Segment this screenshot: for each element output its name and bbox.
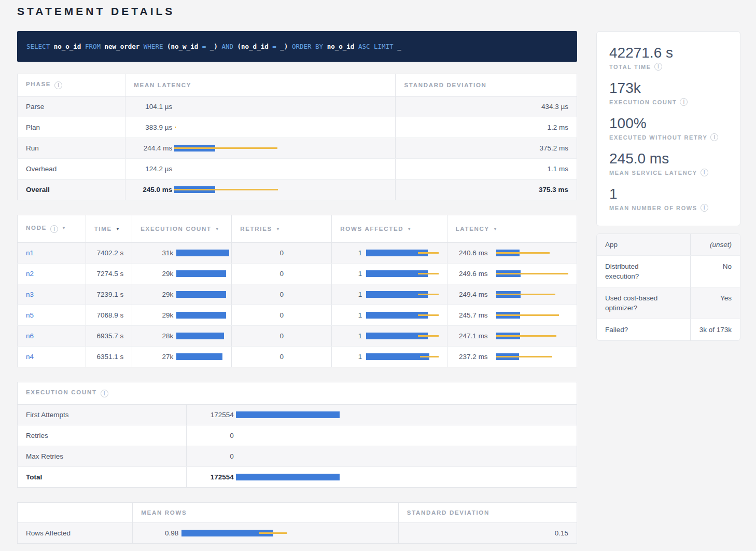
rows-affected-value: 1 bbox=[340, 353, 362, 361]
info-icon[interactable]: i bbox=[654, 63, 662, 71]
latency-bar bbox=[496, 291, 571, 298]
stat-label: MEAN NUMBER OF ROWS bbox=[609, 205, 697, 211]
info-icon[interactable]: i bbox=[701, 169, 708, 176]
retries-value: 0 bbox=[232, 347, 332, 367]
mean-latency-value: 245.0 ms bbox=[134, 186, 172, 194]
latency-value: 249.6 ms bbox=[456, 270, 488, 278]
attribute-label: Distributed execution? bbox=[597, 256, 691, 287]
info-icon[interactable]: i bbox=[101, 390, 108, 397]
mean-bar bbox=[176, 291, 226, 298]
std-dev-line bbox=[418, 335, 439, 337]
time-column-header[interactable]: TIME▼ bbox=[86, 215, 132, 243]
exec-count-value: 29k bbox=[141, 291, 173, 298]
time-value: 7402.2 s bbox=[86, 243, 132, 264]
sql-identifier: no_o_id bbox=[54, 43, 81, 50]
latency-bar bbox=[174, 186, 278, 193]
exec-count-value: 29k bbox=[141, 270, 173, 278]
mean-rows-header: MEAN ROWS bbox=[133, 503, 399, 523]
count-bar bbox=[236, 453, 340, 460]
info-icon[interactable]: i bbox=[701, 204, 708, 212]
time-value: 7274.5 s bbox=[86, 264, 132, 284]
time-value: 6935.7 s bbox=[86, 326, 132, 347]
info-icon[interactable]: i bbox=[680, 98, 688, 106]
summary-stats-card: 42271.6 s TOTAL TIMEi 173k EXECUTION COU… bbox=[596, 31, 740, 226]
retries-value: 0 bbox=[232, 264, 332, 284]
latency-bar bbox=[496, 353, 571, 360]
stat-total-time: 42271.6 s TOTAL TIMEi bbox=[609, 44, 727, 71]
table-row: First Attempts 172554 bbox=[18, 405, 577, 425]
rows-affected-table: MEAN ROWS STANDARD DEVIATION Rows Affect… bbox=[17, 502, 577, 544]
table-row: Parse 104.1 µs 434.3 µs bbox=[18, 97, 577, 117]
std-deviation-value: 1.2 ms bbox=[396, 117, 577, 138]
stat-label: TOTAL TIME bbox=[609, 64, 651, 70]
stat-label: EXECUTION COUNT bbox=[609, 99, 677, 105]
info-icon[interactable]: i bbox=[54, 81, 62, 89]
exec-row-label: Retries bbox=[18, 425, 187, 446]
info-icon[interactable]: i bbox=[710, 133, 718, 141]
std-dev-line bbox=[496, 335, 556, 337]
statement-attributes-card: App (unset) Distributed execution? No Us… bbox=[596, 233, 740, 341]
rows-bar bbox=[366, 250, 439, 256]
attribute-value: 3k of 173k bbox=[691, 319, 740, 341]
std-dev-line bbox=[418, 273, 439, 274]
table-row: Retries 0 bbox=[18, 425, 577, 446]
latency-column-header[interactable]: LATENCY▼ bbox=[447, 215, 577, 243]
std-deviation-header: STANDARD DEVIATION bbox=[398, 503, 577, 523]
page-title: STATEMENT DETAILS bbox=[17, 5, 740, 18]
table-row: Run 244.4 ms 375.2 ms bbox=[18, 138, 577, 159]
stat-value: 245.0 ms bbox=[609, 150, 727, 167]
node-link[interactable]: n2 bbox=[26, 270, 34, 278]
time-value: 6351.1 s bbox=[86, 347, 132, 367]
rows-bar bbox=[181, 530, 288, 536]
mean-latency-value: 124.2 µs bbox=[134, 165, 172, 173]
sort-arrow-icon: ▼ bbox=[276, 227, 281, 231]
retries-value: 0 bbox=[232, 243, 332, 264]
exec-count-value: 28k bbox=[141, 332, 173, 340]
std-deviation-value: 434.3 µs bbox=[396, 97, 577, 117]
rows-affected-value: 1 bbox=[340, 249, 362, 257]
rows-bar bbox=[366, 353, 439, 360]
retries-column-header[interactable]: RETRIES▼ bbox=[232, 215, 332, 243]
rows-affected-value: 1 bbox=[340, 311, 362, 319]
exec-count-value: 172554 bbox=[195, 473, 234, 481]
exec-count-value: 27k bbox=[141, 353, 173, 361]
attributes-table: App (unset) Distributed execution? No Us… bbox=[597, 234, 740, 340]
node-link[interactable]: n4 bbox=[26, 353, 34, 361]
info-icon[interactable]: i bbox=[50, 225, 58, 233]
node-link[interactable]: n1 bbox=[26, 249, 34, 257]
stat-value: 42271.6 s bbox=[609, 44, 727, 61]
latency-bar bbox=[174, 166, 278, 172]
sql-identifier: (no_d_id bbox=[237, 43, 269, 50]
node-column-header[interactable]: NODEi▼ bbox=[18, 215, 86, 243]
sql-identifier: _) bbox=[210, 43, 218, 50]
node-table-body: n17402.2 s31k01240.6 msn27274.5 s29k0124… bbox=[18, 243, 577, 367]
node-link[interactable]: n6 bbox=[26, 332, 34, 340]
latency-bar bbox=[496, 250, 571, 256]
exec-row-label: Total bbox=[18, 467, 187, 488]
std-dev-line bbox=[175, 127, 176, 128]
node-link[interactable]: n3 bbox=[26, 291, 34, 298]
node-table-row: n37239.1 s29k01249.4 ms bbox=[18, 284, 577, 305]
execution-count-column-header[interactable]: EXECUTION COUNT▼ bbox=[132, 215, 232, 243]
sql-statement-box: SELECT no_o_id FROM new_order WHERE (no_… bbox=[17, 31, 577, 62]
node-link[interactable]: n5 bbox=[26, 311, 34, 319]
attribute-value: No bbox=[691, 256, 740, 287]
mean-latency-value: 383.9 µs bbox=[134, 123, 172, 131]
count-bar bbox=[176, 250, 229, 256]
node-header-label: NODE bbox=[26, 225, 47, 231]
rows-affected-column-header[interactable]: ROWS AFFECTED▼ bbox=[332, 215, 447, 243]
rows-bar bbox=[366, 270, 439, 277]
mean-bar bbox=[176, 353, 222, 360]
sql-identifier: no_o_id bbox=[327, 43, 355, 50]
stat-value: 100% bbox=[609, 115, 727, 132]
attribute-label: Used cost-based optimizer? bbox=[597, 287, 691, 319]
node-stats-table: NODEi▼ TIME▼ EXECUTION COUNT▼ RETRIES▼ R… bbox=[17, 215, 577, 367]
mean-rows-value: 0.98 bbox=[141, 529, 178, 537]
attribute-label: Failed? bbox=[597, 319, 691, 341]
table-row-overall: Overall 245.0 ms 375.3 ms bbox=[18, 180, 577, 200]
latency-value: 247.1 ms bbox=[456, 332, 488, 340]
std-dev-line bbox=[496, 356, 553, 357]
mean-bar bbox=[176, 270, 226, 277]
stat-execution-count: 173k EXECUTION COUNTi bbox=[609, 79, 727, 106]
std-dev-line bbox=[418, 314, 439, 316]
